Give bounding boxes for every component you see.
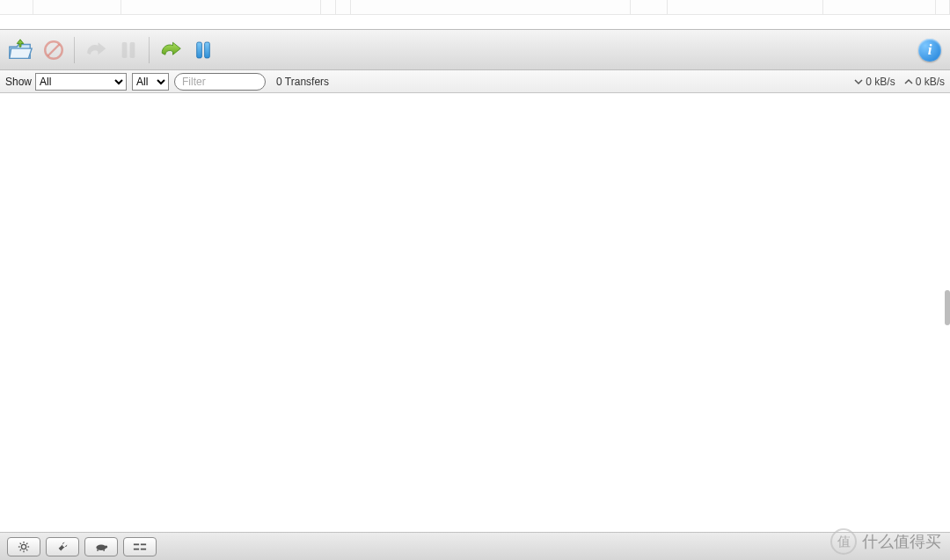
toolbar: i	[0, 29, 950, 70]
open-torrent-button[interactable]	[7, 37, 33, 63]
upload-rate-value: 0 kB/s	[916, 76, 945, 88]
pause-icon	[117, 39, 140, 62]
svg-rect-22	[141, 548, 146, 549]
window-tabstrip	[0, 0, 950, 15]
svg-line-1	[48, 44, 60, 55]
download-rate: 0 kB/s	[854, 76, 895, 88]
filter-input[interactable]	[174, 73, 266, 91]
filterbar: Show All All 0 Transfers 0 kB/s 0 kB/s	[0, 70, 950, 93]
ratio-icon	[133, 541, 147, 553]
svg-line-11	[20, 542, 21, 543]
svg-rect-19	[134, 543, 139, 545]
svg-line-12	[26, 549, 27, 550]
gap-strip	[0, 15, 950, 29]
prefs-button[interactable]	[46, 537, 79, 556]
scrollbar-thumb[interactable]	[945, 290, 950, 325]
svg-rect-17	[97, 549, 99, 551]
open-folder-icon	[7, 37, 33, 63]
settings-button[interactable]	[7, 537, 40, 556]
svg-point-16	[105, 545, 107, 548]
resume-all-button[interactable]	[157, 37, 183, 63]
svg-line-13	[20, 549, 21, 550]
toolbar-separator	[149, 37, 150, 63]
gear-icon	[17, 541, 31, 553]
transfer-list	[0, 93, 950, 532]
transfers-count: 0 Transfers	[276, 76, 329, 88]
turtle-icon	[94, 541, 108, 553]
download-rate-value: 0 kB/s	[866, 76, 895, 88]
svg-rect-5	[205, 42, 210, 58]
svg-rect-20	[141, 543, 146, 545]
svg-rect-21	[134, 548, 139, 549]
group-filter-select[interactable]: All	[132, 73, 169, 91]
remove-button[interactable]	[40, 37, 67, 63]
svg-rect-2	[122, 42, 128, 58]
chevron-down-icon	[854, 77, 863, 86]
svg-line-14	[26, 542, 27, 543]
svg-point-15	[96, 544, 106, 549]
pause-all-button[interactable]	[190, 37, 216, 63]
resume-all-arrow-icon	[157, 38, 182, 62]
wrench-icon	[55, 541, 69, 553]
status-filter-select[interactable]: All	[35, 73, 127, 91]
resume-button[interactable]	[82, 37, 108, 63]
bottombar	[0, 532, 950, 560]
svg-point-6	[21, 544, 26, 549]
watermark: 值 什么值得买	[830, 528, 941, 555]
svg-rect-4	[197, 42, 202, 58]
svg-rect-18	[103, 549, 105, 551]
show-label: Show	[5, 76, 32, 88]
pause-button[interactable]	[115, 37, 142, 63]
info-button[interactable]: i	[917, 37, 943, 63]
watermark-badge: 值	[830, 528, 857, 555]
remove-circle-icon	[42, 39, 65, 62]
resume-arrow-icon	[83, 38, 107, 62]
upload-rate: 0 kB/s	[904, 76, 945, 88]
toolbar-separator	[74, 37, 75, 63]
pause-all-icon	[192, 39, 215, 62]
svg-rect-3	[130, 42, 135, 58]
compact-view-button[interactable]	[123, 537, 157, 556]
info-icon: i	[918, 39, 941, 62]
turtle-mode-button[interactable]	[84, 537, 118, 556]
chevron-up-icon	[904, 77, 913, 86]
watermark-text: 什么值得买	[862, 531, 941, 552]
